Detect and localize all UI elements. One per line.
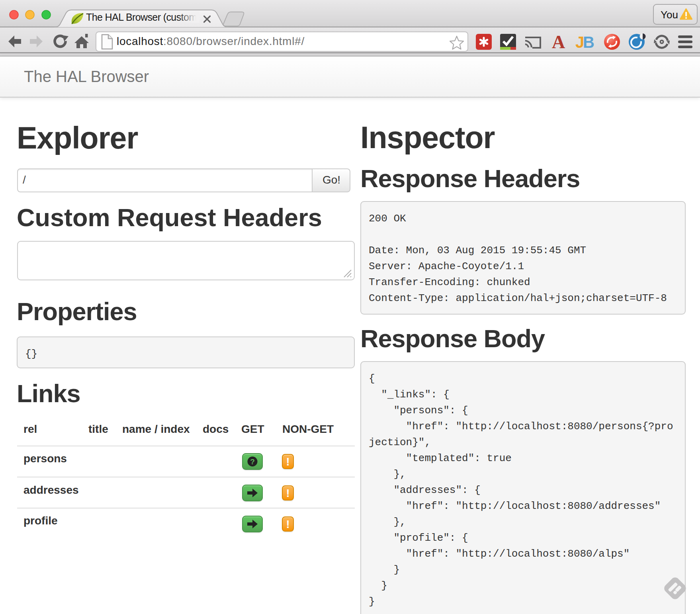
svg-text:B: B <box>583 33 594 51</box>
svg-text:A: A <box>552 32 565 52</box>
svg-text:?: ? <box>250 458 255 466</box>
